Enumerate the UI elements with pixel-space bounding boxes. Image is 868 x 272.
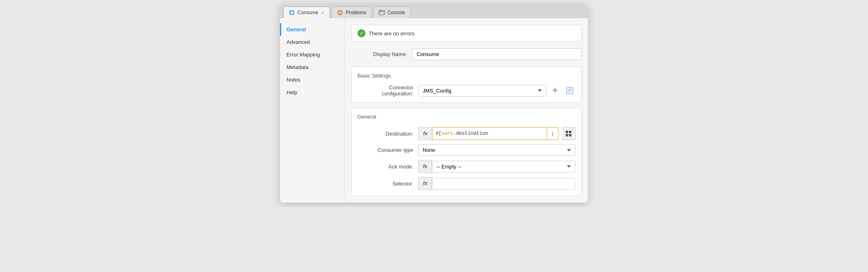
consumer-type-row: Consumer type None (357, 144, 575, 156)
display-name-input-col (412, 48, 582, 60)
consume-icon (289, 9, 295, 16)
connector-config-label: Connector configuration: (357, 84, 418, 97)
edit-pencil-icon (566, 86, 574, 95)
destination-row: Destination: fx #[ vars.destination (357, 127, 575, 140)
tab-consume[interactable]: Consume × (283, 6, 330, 18)
status-success-icon: ✓ (357, 29, 366, 37)
destination-close-bracket: ] (547, 127, 558, 140)
destination-input-col: fx #[ vars.destination ] (418, 127, 575, 140)
tab-consume-label: Consume (297, 10, 318, 15)
display-name-row: Display Name: (351, 48, 582, 60)
selector-input[interactable] (432, 178, 575, 190)
tab-consume-close[interactable]: × (321, 11, 325, 15)
svg-rect-5 (379, 11, 384, 15)
svg-rect-7 (380, 11, 381, 11)
sidebar-item-advanced[interactable]: Advanced (280, 36, 344, 48)
connector-config-input-col: JMS_Config + (418, 85, 575, 97)
menu-grid-icon (565, 130, 572, 137)
app-window: Consume × Problems Co (280, 4, 588, 203)
console-icon (378, 9, 385, 16)
ack-mode-label: Ack mode: (357, 164, 418, 170)
tab-console[interactable]: Console (373, 6, 410, 18)
destination-expr-wrapper: fx #[ vars.destination ] (418, 127, 558, 140)
status-text: There are no errors. (369, 30, 416, 37)
selector-label: Selector: (357, 181, 418, 187)
basic-settings-card: Basic Settings Connector configuration: … (351, 67, 582, 103)
destination-expr[interactable]: #[ vars.destination (432, 127, 547, 140)
sidebar-item-help[interactable]: Help (280, 86, 344, 99)
general-section-card: General Destination: fx #[ vars.destinat… (351, 108, 582, 196)
destination-menu-button[interactable] (562, 127, 575, 140)
svg-rect-12 (569, 134, 571, 136)
display-name-label: Display Name: (351, 51, 412, 57)
connector-config-row: Connector configuration: JMS_Config + (357, 84, 575, 97)
connector-config-select[interactable]: JMS_Config (418, 85, 546, 97)
main-layout: General Advanced Error Mapping Metadata … (280, 18, 588, 203)
ack-mode-row: Ack mode: fx -- Empty -- (357, 160, 575, 173)
consumer-type-select[interactable]: None (418, 144, 575, 156)
consumer-type-label: Consumer type (357, 147, 418, 153)
add-connector-button[interactable]: + (549, 85, 561, 96)
sidebar-item-notes[interactable]: Notes (280, 73, 344, 86)
status-bar: ✓ There are no errors. (351, 25, 582, 42)
display-name-input[interactable] (412, 48, 582, 60)
tab-bar: Consume × Problems Co (280, 4, 588, 18)
svg-point-3 (338, 11, 340, 13)
content-panel: ✓ There are no errors. Display Name: Bas… (345, 18, 588, 203)
svg-rect-11 (566, 134, 568, 136)
expr-var: vars (441, 131, 453, 136)
sidebar: General Advanced Error Mapping Metadata … (280, 18, 345, 203)
general-section-header: General (357, 114, 575, 121)
svg-rect-9 (566, 131, 568, 133)
selector-row: Selector: fx (357, 177, 575, 190)
ack-mode-input-col: fx -- Empty -- (418, 160, 575, 173)
svg-point-4 (340, 11, 342, 13)
ack-mode-fx-button[interactable]: fx (418, 160, 432, 173)
sidebar-item-metadata[interactable]: Metadata (280, 61, 344, 73)
sidebar-item-general[interactable]: General (280, 23, 344, 36)
selector-input-col: fx (418, 177, 575, 190)
ack-mode-select[interactable]: -- Empty -- (432, 161, 575, 173)
destination-label: Destination: (357, 131, 418, 137)
tab-problems-label: Problems (346, 10, 366, 15)
sidebar-item-error-mapping[interactable]: Error Mapping (280, 48, 344, 61)
basic-settings-header: Basic Settings (357, 73, 575, 80)
selector-fx-button[interactable]: fx (418, 177, 432, 190)
svg-rect-10 (569, 131, 571, 133)
problems-icon (337, 9, 343, 16)
svg-point-1 (291, 11, 293, 14)
destination-fx-button[interactable]: fx (418, 127, 432, 140)
consumer-type-input-col: None (418, 144, 575, 156)
tab-console-label: Console (387, 10, 405, 15)
destination-input-wrapper: #[ vars.destination (432, 127, 547, 140)
plus-icon: + (553, 86, 558, 95)
expr-hash: #[ (436, 131, 441, 136)
expr-dot-dest: .destination (453, 131, 488, 136)
tab-problems[interactable]: Problems (331, 6, 372, 18)
edit-connector-button[interactable] (564, 85, 575, 96)
